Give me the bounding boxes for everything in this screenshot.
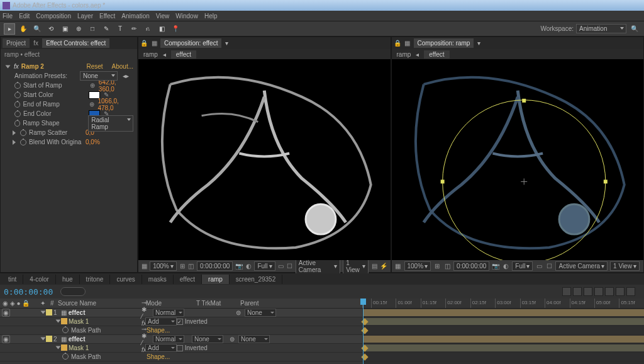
snapshot-icon[interactable]: 📷 [492, 263, 499, 270]
stopwatch-icon[interactable] [14, 82, 21, 89]
workspace-dropdown[interactable]: Animation [576, 24, 626, 33]
menu-animation[interactable]: Animation [121, 13, 149, 20]
mask-icon[interactable]: ◫ [443, 263, 451, 270]
timeline-tab[interactable]: hue [56, 275, 80, 284]
layer-bar[interactable] [363, 336, 644, 343]
motion-blur-icon[interactable] [605, 287, 614, 296]
menu-window[interactable]: Window [175, 13, 198, 20]
menu-edit[interactable]: Edit [19, 13, 30, 20]
expand-toggle[interactable] [13, 130, 16, 135]
channel-icon[interactable]: ◐ [502, 263, 509, 270]
mask-icon[interactable]: ◫ [188, 263, 194, 270]
shape-link[interactable]: Shape... [147, 353, 170, 360]
transparency-icon[interactable]: ☐ [287, 263, 293, 270]
menu-help[interactable]: Help [204, 13, 218, 20]
mask-name[interactable]: Mask 1 [69, 318, 89, 325]
timeline-tab[interactable]: masks [142, 275, 174, 284]
mask-mode[interactable]: Add [145, 344, 177, 352]
mask-row[interactable]: Mask 1 Add Inverted [0, 344, 362, 353]
brainstorm-icon[interactable] [616, 287, 625, 296]
grid-icon[interactable]: ⊞ [179, 263, 186, 270]
project-tab[interactable]: Project [3, 38, 30, 48]
grid-icon[interactable]: ⊞ [433, 263, 441, 270]
prop-value[interactable]: 1066,0, 478,0 [97, 98, 133, 111]
camera[interactable]: Active Camera▾ [555, 261, 608, 271]
crosshair-icon[interactable]: ⊕ [89, 82, 96, 89]
crumb-active[interactable]: effect [424, 50, 449, 59]
timeline-tab[interactable]: effect [174, 275, 202, 284]
timeline-tab-active[interactable]: ramp [202, 275, 230, 284]
layer-bar[interactable] [363, 318, 644, 325]
viewer-tab[interactable]: Composition: ramp [414, 38, 474, 48]
region-icon[interactable]: ▭ [278, 263, 284, 270]
time-display[interactable]: 0:00:00:00 [453, 261, 489, 271]
blend-mode[interactable]: Normal [153, 309, 184, 317]
layer-bar[interactable] [363, 309, 644, 316]
hand-tool[interactable]: ✋ [18, 23, 29, 35]
pixel-aspect-icon[interactable]: ▤ [371, 263, 377, 270]
viewport[interactable] [392, 59, 644, 260]
visibility-toggle[interactable]: ◉ [2, 335, 10, 343]
search-help-icon[interactable]: 🔍 [629, 23, 640, 35]
magnification[interactable]: 100%▾ [404, 261, 431, 271]
draft3d-icon[interactable] [573, 287, 582, 296]
layer-bar[interactable] [363, 344, 644, 351]
inverted-checkbox[interactable] [177, 345, 183, 351]
time-display[interactable]: 0:00:00:00 [197, 261, 233, 271]
clone-tool[interactable]: ⎌ [142, 23, 153, 35]
search-input[interactable] [60, 287, 86, 296]
mask-tool[interactable]: □ [87, 23, 98, 35]
crumb[interactable]: ramp [143, 51, 158, 58]
anchor-tool[interactable]: ⊕ [73, 23, 84, 35]
reset-link[interactable]: Reset [86, 63, 103, 70]
current-time-indicator[interactable] [363, 299, 364, 364]
channel-icon[interactable]: ◐ [245, 263, 252, 270]
timeline-tab[interactable]: curves [110, 275, 142, 284]
graph-editor-icon[interactable] [626, 287, 635, 296]
effect-controls-tab[interactable]: Effect Controls: effect [42, 38, 109, 48]
alpha-icon[interactable]: ▦ [141, 263, 147, 270]
frame-blend-icon[interactable] [594, 287, 603, 296]
puppet-tool[interactable]: 📍 [170, 23, 181, 35]
stopwatch-icon[interactable] [14, 120, 20, 127]
layer-name[interactable]: effect [69, 336, 86, 343]
fast-preview-icon[interactable]: ⚡ [380, 263, 387, 270]
trkmat-dropdown[interactable]: None [192, 335, 223, 343]
mask-name[interactable]: Mask 1 [69, 344, 89, 351]
region-icon[interactable]: ▭ [535, 263, 543, 270]
timeline-tab[interactable]: screen_29352 [230, 275, 282, 284]
stopwatch-icon[interactable] [14, 101, 20, 108]
parent-dropdown[interactable]: None [238, 335, 270, 343]
stopwatch-icon[interactable] [62, 327, 69, 333]
stopwatch-icon[interactable] [14, 92, 21, 98]
pen-tool[interactable]: ✎ [101, 23, 112, 35]
viewport[interactable] [138, 59, 391, 260]
camera-tool[interactable]: ▣ [59, 23, 70, 35]
visibility-toggle[interactable]: ◉ [2, 309, 10, 317]
crosshair-icon[interactable]: ⊕ [88, 101, 95, 108]
mask-path-row[interactable]: Mask Path Shape... [0, 353, 362, 361]
layer-row[interactable]: ◉ 2 ▦ effect ⊸ ✱ ⁄ fx Normal None ⊚ None [0, 335, 362, 344]
mask-path-row[interactable]: Mask Path Shape... [0, 326, 362, 335]
inverted-checkbox[interactable] [177, 319, 183, 325]
menu-layer[interactable]: Layer [77, 13, 93, 20]
view-layout[interactable]: 1 View▾ [610, 261, 640, 271]
presets-dropdown[interactable]: None [80, 71, 118, 81]
expand-toggle[interactable] [56, 320, 61, 323]
mask-mode[interactable]: Add [145, 317, 177, 326]
effect-name[interactable]: Ramp 2 [21, 63, 44, 70]
stopwatch-icon[interactable] [62, 353, 69, 360]
ramp-shape-dropdown[interactable]: Radial Ramp [88, 115, 133, 132]
timeline-tab[interactable]: 4-color [23, 275, 56, 284]
expand-toggle[interactable] [13, 140, 16, 145]
eraser-tool[interactable]: ◧ [156, 23, 167, 35]
snapshot-icon[interactable]: 📷 [235, 263, 243, 270]
timeline-tab[interactable]: tritone [80, 275, 111, 284]
crumb-active[interactable]: effect [171, 50, 196, 59]
expand-toggle[interactable] [41, 338, 46, 341]
shy-icon[interactable] [584, 287, 592, 296]
menu-file[interactable]: File [3, 13, 13, 20]
stopwatch-icon[interactable] [20, 130, 26, 136]
time-ruler[interactable]: 00:15f 01:00f 01:15f 02:00f 02:15f 03:00… [362, 299, 644, 309]
mask-row[interactable]: Mask 1 Add Inverted [0, 317, 362, 326]
